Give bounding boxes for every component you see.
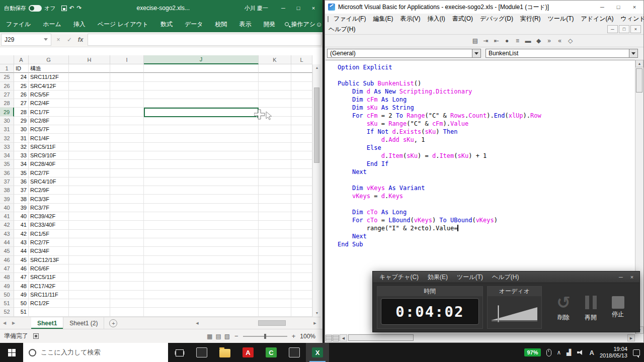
cell-A43[interactable]: 42 <box>14 230 29 238</box>
cell-A29[interactable]: 28 <box>14 108 29 116</box>
cell-L47[interactable] <box>291 264 312 273</box>
dropdown-arrow-icon[interactable] <box>629 49 637 57</box>
cell-H44[interactable] <box>69 238 110 247</box>
cell-H34[interactable] <box>69 151 110 160</box>
cell-L44[interactable] <box>291 238 312 247</box>
cell-L46[interactable] <box>291 256 312 264</box>
row-header-38[interactable]: 38 <box>0 186 14 195</box>
ribbon-tab-ホーム[interactable]: ホーム <box>37 16 67 32</box>
cell-J34[interactable] <box>144 151 259 160</box>
cell-H40[interactable] <box>69 204 110 212</box>
cell-A36[interactable]: 35 <box>14 169 29 177</box>
cell-I46[interactable] <box>110 256 144 264</box>
speaker-icon[interactable] <box>577 349 584 355</box>
cell-G52[interactable] <box>29 308 69 316</box>
cell-A49[interactable]: 48 <box>14 282 29 290</box>
cell-I1[interactable] <box>110 64 144 73</box>
cell-L33[interactable] <box>291 143 312 151</box>
cell-G50[interactable]: SRC11/11F <box>29 291 69 299</box>
zoom-level[interactable]: 100% <box>300 333 315 340</box>
cell-K31[interactable] <box>259 125 291 134</box>
cell-G27[interactable]: RC5/5F <box>29 90 69 99</box>
cell-G40[interactable]: RC3/7F <box>29 204 69 212</box>
cell-A41[interactable]: 40 <box>14 212 29 221</box>
cell-L50[interactable] <box>291 291 312 299</box>
cell-L51[interactable] <box>291 299 312 308</box>
cell-L52[interactable] <box>291 308 312 316</box>
row-header-43[interactable]: 43 <box>0 230 14 238</box>
cell-J27[interactable] <box>144 90 259 99</box>
row-header-45[interactable]: 45 <box>0 247 14 255</box>
list-properties-icon[interactable]: ▤ <box>470 36 480 46</box>
cell-J42[interactable] <box>144 221 259 229</box>
vba-menu-表示(V)[interactable]: 表示(V) <box>396 15 424 23</box>
ribbon-tab-データ[interactable]: データ <box>179 16 209 32</box>
cell-I42[interactable] <box>110 221 144 229</box>
cell-K46[interactable] <box>259 256 291 264</box>
cell-I30[interactable] <box>110 117 144 125</box>
recorder-app[interactable]: C <box>260 343 283 362</box>
row-header-50[interactable]: 50 <box>0 291 14 299</box>
dropdown-arrow-icon[interactable] <box>472 49 480 57</box>
cell-I31[interactable] <box>110 125 144 134</box>
row-header-1[interactable]: 1 <box>0 64 14 73</box>
cell-K48[interactable] <box>259 273 291 282</box>
select-all-corner[interactable] <box>0 55 14 64</box>
cell-G35[interactable]: RC28/40F <box>29 160 69 168</box>
cell-J45[interactable] <box>144 247 259 255</box>
cell-J25[interactable] <box>144 73 259 81</box>
module-close-button[interactable]: × <box>630 25 641 33</box>
acrobat-reader[interactable]: A <box>236 343 260 362</box>
row-header-47[interactable]: 47 <box>0 264 14 273</box>
excel-close-button[interactable]: × <box>306 1 320 16</box>
vba-menu-ツール(T)[interactable]: ツール(T) <box>544 15 578 23</box>
vba-maximize-button[interactable]: □ <box>610 1 626 14</box>
module-window-icon[interactable] <box>328 16 329 22</box>
cell-G42[interactable]: RC33/40F <box>29 221 69 229</box>
cell-J38[interactable] <box>144 186 259 195</box>
cell-L40[interactable] <box>291 204 312 212</box>
vba-hscroll-thumb[interactable] <box>348 334 414 341</box>
app-window-2[interactable] <box>283 343 306 362</box>
cell-H31[interactable] <box>69 125 110 134</box>
cell-K32[interactable] <box>259 134 291 142</box>
mouse-utility-icon[interactable] <box>546 349 551 356</box>
cell-H45[interactable] <box>69 247 110 255</box>
cell-A1[interactable]: ID <box>14 64 29 73</box>
cell-A38[interactable]: 37 <box>14 186 29 195</box>
cell-J50[interactable] <box>144 291 259 299</box>
feedback-smiley-icon[interactable]: ☺ <box>315 21 322 28</box>
cell-I34[interactable] <box>110 151 144 160</box>
recorder-minimize-button[interactable]: ─ <box>615 274 626 280</box>
vba-minimize-button[interactable]: ─ <box>594 1 610 14</box>
cell-A50[interactable]: 49 <box>14 291 29 299</box>
scroll-up-icon[interactable]: ▲ <box>313 64 321 71</box>
sheet-nav-right-icon[interactable]: ▶ <box>9 317 18 329</box>
cell-G45[interactable]: RC3/4F <box>29 247 69 255</box>
cell-G37[interactable]: SRC4/10F <box>29 177 69 186</box>
cell-I39[interactable] <box>110 195 144 203</box>
scroll-right-icon[interactable]: ▶ <box>627 334 635 341</box>
object-dropdown[interactable]: (General) <box>327 49 481 58</box>
cell-K45[interactable] <box>259 247 291 255</box>
save-icon[interactable] <box>61 6 67 11</box>
cell-I36[interactable] <box>110 169 144 177</box>
row-header-41[interactable]: 41 <box>0 212 14 221</box>
taskbar-clock[interactable]: 19:04 2018/05/13 <box>600 346 627 359</box>
cell-H48[interactable] <box>69 273 110 282</box>
scroll-down-icon[interactable]: ▼ <box>313 310 321 317</box>
row-header-51[interactable]: 51 <box>0 299 14 308</box>
cell-K1[interactable] <box>259 64 291 73</box>
cell-H26[interactable] <box>69 82 110 90</box>
row-header-42[interactable]: 42 <box>0 221 14 229</box>
uncomment-block-icon[interactable]: ▬ <box>523 36 533 46</box>
audio-slider-thumb[interactable] <box>498 305 499 322</box>
tell-me-search[interactable]: 操作アシ <box>285 20 316 29</box>
cell-A45[interactable]: 44 <box>14 247 29 255</box>
cell-K38[interactable] <box>259 186 291 195</box>
cell-J30[interactable] <box>144 117 259 125</box>
row-header-31[interactable]: 31 <box>0 125 14 134</box>
column-header-G[interactable]: G <box>29 55 69 64</box>
row-header-39[interactable]: 39 <box>0 195 14 203</box>
cell-A28[interactable]: 27 <box>14 99 29 108</box>
